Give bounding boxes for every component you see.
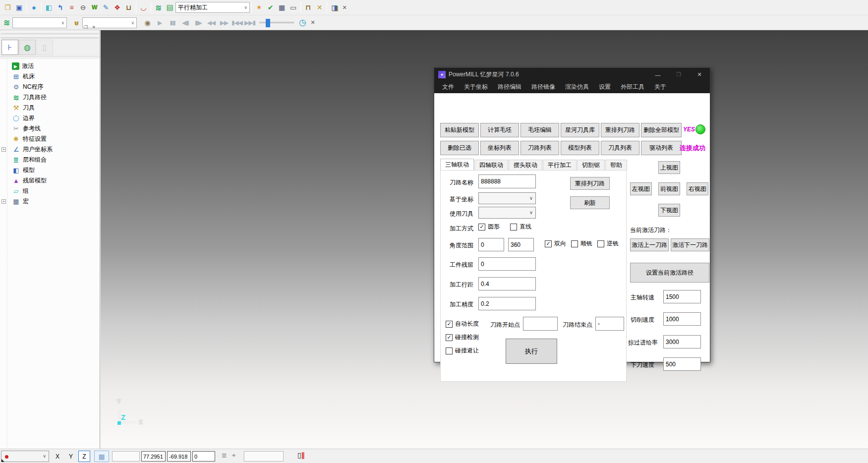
checkbox-icon[interactable] (446, 334, 453, 341)
play-icon[interactable]: ▶ (153, 19, 166, 26)
tree-item-tools[interactable]: 刀具 (0, 103, 100, 113)
delete-selected-button[interactable]: 删除已选 (440, 141, 479, 155)
view-right-button[interactable]: 右视图 (687, 182, 708, 195)
view-top-button[interactable]: 上视图 (658, 161, 680, 174)
model-list-button[interactable]: 模型列表 (561, 141, 599, 155)
angle-from-input[interactable] (478, 238, 504, 251)
line-checkbox[interactable]: 直线 (510, 223, 531, 231)
points-icon[interactable] (112, 2, 123, 13)
plunge-speed-input[interactable] (663, 357, 701, 371)
tab-4axis[interactable]: 四轴联动 (474, 160, 508, 170)
circle-checkbox[interactable]: 圆形 (478, 223, 500, 231)
step-back-icon[interactable]: ◀▮ (179, 19, 192, 26)
toolbar-close-icon[interactable]: ✕ (308, 19, 317, 26)
empty-field[interactable] (112, 451, 140, 462)
end-point-input[interactable] (595, 317, 624, 331)
skim-feed-input[interactable] (663, 335, 701, 348)
tool-dropdown[interactable]: ∨ (82, 17, 137, 28)
panel-close-icon[interactable]: ✕ (92, 25, 96, 30)
toolbar-close-icon[interactable]: ✕ (340, 4, 349, 11)
step-forward-icon[interactable]: ▮▶ (192, 19, 205, 26)
tree-item-toolpaths[interactable]: 刀具路径 (0, 92, 100, 103)
panel-float-icon[interactable]: ❐ (84, 25, 88, 30)
tool-arc-icon[interactable] (138, 2, 149, 13)
fast-forward-icon[interactable]: ▶▶ (218, 19, 231, 26)
refresh-button[interactable]: 刷新 (570, 196, 610, 209)
maximize-button[interactable]: ❐ (668, 68, 689, 81)
checkbox-icon[interactable] (571, 240, 578, 247)
drive-list-button[interactable]: 驱动列表 (641, 141, 682, 155)
speed-slider[interactable] (259, 22, 294, 23)
tool-star-icon[interactable] (253, 2, 265, 13)
tree-item-patterns[interactable]: 参考线 (0, 123, 100, 134)
toolpath-return-icon[interactable] (55, 2, 66, 13)
strategy-list-icon[interactable] (164, 2, 175, 13)
rearrange-button[interactable]: 重排列刀路 (570, 177, 610, 190)
grid-toggle-button[interactable]: ▦ (94, 451, 109, 462)
axis-x-button[interactable]: X (52, 451, 63, 462)
collision-check-checkbox[interactable]: 碰撞检测 (446, 333, 479, 342)
calculator-icon[interactable] (276, 2, 288, 13)
open-icon[interactable] (2, 2, 13, 13)
speed-slider-handle[interactable] (266, 19, 270, 27)
tool-check-icon[interactable] (265, 2, 276, 13)
block-icon[interactable] (43, 2, 55, 13)
binoculars-icon[interactable] (71, 17, 82, 28)
activate-next-button[interactable]: 激活下一刀路 (671, 238, 709, 251)
view-front-button[interactable]: 前视图 (658, 182, 680, 195)
use-tool-dropdown[interactable]: ∨ (478, 207, 536, 219)
tree-item-workplanes[interactable]: +用户坐标系 (0, 144, 100, 155)
tree-item-nc-programs[interactable]: NC程序 (0, 82, 100, 92)
menu-about[interactable]: 关于 (649, 81, 671, 93)
tree-item-feature-sets[interactable]: 特征设置 (0, 134, 100, 144)
resize-grip[interactable] (1, 459, 4, 462)
axis-y-button[interactable]: Y (65, 451, 77, 462)
menu-render-sim[interactable]: 渲染仿真 (560, 81, 594, 93)
go-start-icon[interactable]: ▮◀◀ (231, 19, 243, 26)
explorer-globe-tab[interactable]: ◍ (19, 40, 36, 55)
calc-stock-button[interactable]: 计算毛坯 (480, 123, 519, 137)
checkbox-icon[interactable] (446, 347, 453, 354)
strategy-preset-dropdown[interactable]: 平行精加工 ∨ (175, 2, 250, 13)
bulb-icon[interactable] (142, 17, 153, 28)
tool-holder-icon[interactable] (123, 2, 134, 13)
pause-icon[interactable]: ▮▮ (166, 19, 179, 26)
menu-external-tools[interactable]: 外部工具 (616, 81, 649, 93)
tab-parallel[interactable]: 平行加工 (543, 160, 577, 170)
tool-library-button[interactable]: 星河刀具库 (561, 123, 599, 137)
tree-item-activate[interactable]: ▶激活 (0, 61, 100, 71)
delete-all-models-button[interactable]: 删除全部模型 (641, 123, 682, 137)
angle-to-input[interactable] (508, 238, 534, 251)
checkbox-icon[interactable] (545, 240, 552, 247)
toolpath-name-input[interactable] (478, 174, 536, 188)
tree-item-models[interactable]: 模型 (0, 165, 100, 175)
expand-icon[interactable]: + (1, 147, 6, 152)
dialog-titlebar[interactable]: ✦ PowerMILL 忆梦星河 7.0.6 — ❐ ✕ (434, 68, 710, 81)
cutting-speed-input[interactable] (663, 312, 701, 326)
auto-length-checkbox[interactable]: 自动长度 (446, 320, 479, 328)
explorer-trash-tab[interactable]: ▯ (36, 40, 53, 55)
boxes-icon[interactable] (329, 2, 340, 13)
expand-icon[interactable]: + (1, 199, 6, 204)
menu-path-edit[interactable]: 路径编辑 (493, 81, 526, 93)
cross-arrows-icon[interactable] (314, 2, 325, 13)
levels-icon[interactable] (66, 2, 77, 13)
tolerance-input[interactable] (478, 297, 536, 310)
execute-button[interactable]: 执行 (506, 339, 557, 364)
toolpath-ribbon-icon[interactable] (1, 17, 12, 28)
view-left-button[interactable]: 左视图 (630, 182, 652, 195)
conventional-checkbox[interactable]: 逆铣 (597, 239, 619, 248)
clock-icon[interactable] (297, 17, 308, 28)
tab-help[interactable]: 帮助 (605, 160, 627, 170)
stock-edit-button[interactable]: 毛坯编辑 (521, 123, 559, 137)
spindle-speed-input[interactable] (663, 290, 701, 303)
explorer-tree-tab[interactable]: ⊦ (1, 40, 18, 55)
tree-item-levels-sets[interactable]: 层和组合 (0, 155, 100, 165)
paste-new-model-button[interactable]: 粘贴新模型 (440, 123, 479, 137)
menu-coords[interactable]: 关于坐标 (459, 81, 493, 93)
climb-checkbox[interactable]: 顺铣 (571, 239, 592, 248)
workplane-dropdown[interactable]: ∨ (1, 451, 49, 462)
bidirectional-checkbox[interactable]: 双向 (545, 239, 566, 248)
go-end-icon[interactable]: ▶▶▮ (243, 19, 256, 26)
set-active-path-button[interactable]: 设置当前激活路径 (630, 263, 709, 283)
